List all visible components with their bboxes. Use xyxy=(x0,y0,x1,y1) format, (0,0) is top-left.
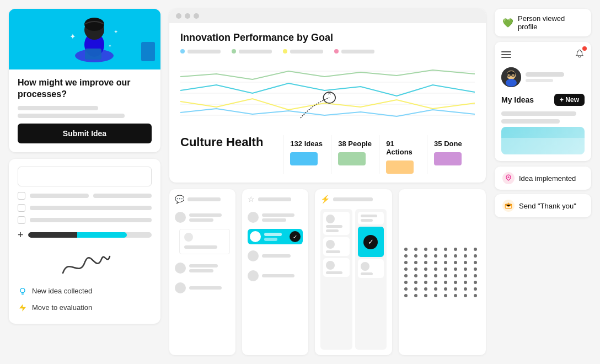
progress-bar-section: + xyxy=(18,229,152,241)
mini-title-2 xyxy=(258,197,291,201)
chart-window: Innovation Performance by Goal xyxy=(169,9,486,183)
idea-item-bar-1 xyxy=(501,111,576,116)
mini-title-1 xyxy=(188,197,221,201)
plus-icon: + xyxy=(18,229,24,241)
stat-actions-bar xyxy=(386,160,414,174)
mini-card-lightning: ⚡ xyxy=(315,189,392,355)
send-thank-you-text: Send "Thank you" xyxy=(519,202,576,210)
legend-dot-1 xyxy=(180,49,185,53)
send-thank-you-card[interactable]: Send "Thank you" xyxy=(495,194,591,217)
row-text-3 xyxy=(30,218,152,222)
stat-people-label: 38 People xyxy=(338,140,372,148)
chart-legend xyxy=(180,49,475,53)
progress-fill xyxy=(28,232,127,238)
window-dot-3 xyxy=(194,13,199,19)
legend-text-4 xyxy=(341,50,374,53)
idea-submission-card: ✦ ✦ ✦ How might we improve our processes… xyxy=(9,9,160,152)
legend-dot-2 xyxy=(232,49,236,53)
svg-point-10 xyxy=(20,288,25,292)
star-avatar-4 xyxy=(248,270,259,281)
dot-pattern-card xyxy=(399,189,486,355)
row-text-2 xyxy=(30,206,152,210)
checkbox-2[interactable] xyxy=(18,204,25,212)
stat-people-bar xyxy=(338,152,366,165)
profile-card: My Ideas + New xyxy=(495,42,591,161)
svg-rect-8 xyxy=(85,49,101,60)
culture-health-section: Culture Health 132 Ideas 38 People 91 Ac… xyxy=(180,131,475,174)
window-dot-1 xyxy=(176,13,181,19)
center-panel: Innovation Performance by Goal xyxy=(169,9,486,355)
bell-notification-button[interactable] xyxy=(575,49,585,61)
stats-grid: 132 Ideas 38 People 91 Actions 35 D xyxy=(283,135,475,174)
move-eval-label: Move to evaluation xyxy=(32,303,92,312)
checkbox-3[interactable] xyxy=(18,216,25,224)
culture-health-label: Culture Health xyxy=(180,135,263,149)
svg-point-4 xyxy=(84,18,104,31)
star-list-item-1 xyxy=(248,209,303,226)
heart-icon: 💚 xyxy=(502,18,513,28)
action-cards: Idea implemented Send "Thank you" xyxy=(495,167,591,217)
idea-card-body: How might we improve our processes? Subm… xyxy=(9,69,160,152)
submit-idea-button[interactable]: Submit Idea xyxy=(18,124,152,143)
hamburger-menu-button[interactable] xyxy=(501,51,511,58)
profile-avatar xyxy=(501,67,521,87)
activity-card: + New idea co xyxy=(9,159,160,324)
star-avatar-3 xyxy=(248,250,259,261)
legend-text-1 xyxy=(188,50,221,53)
profile-user-row xyxy=(501,67,585,87)
mini-avatar-1 xyxy=(175,212,186,223)
star-list-item-3 xyxy=(248,248,303,264)
mini-card-lightning-header: ⚡ xyxy=(320,195,387,204)
star-list-item-4 xyxy=(248,267,303,284)
row-text-1b xyxy=(93,194,152,198)
star-icon: ☆ xyxy=(248,195,255,204)
star-list-item-2: ✓ xyxy=(248,229,303,244)
mini-card-star-header: ☆ xyxy=(248,195,303,204)
idea-implemented-card[interactable]: Idea implemented xyxy=(495,167,591,190)
lightbulb-icon xyxy=(18,286,28,296)
move-eval-notification: Move to evaluation xyxy=(18,299,152,316)
star-avatar-1 xyxy=(248,212,259,223)
my-ideas-row: My Ideas + New xyxy=(501,94,585,106)
person-viewed-text: Person viewed profile xyxy=(518,14,583,31)
stat-actions: 91 Actions xyxy=(379,135,427,174)
squiggle-decoration xyxy=(18,245,152,279)
activity-row-2 xyxy=(18,204,152,212)
mini-card-chat-header: 💬 xyxy=(175,195,230,204)
legend-text-3 xyxy=(290,50,323,53)
idea-card-title: How might we improve our processes? xyxy=(18,77,152,100)
mini-list-item-3 xyxy=(175,280,230,296)
profile-name-bar xyxy=(526,72,564,77)
checkbox-1[interactable] xyxy=(18,192,25,200)
row-text-1 xyxy=(30,194,89,198)
idea-implemented-text: Idea implemented xyxy=(519,174,576,183)
stat-done: 35 Done xyxy=(427,135,475,174)
stat-actions-label: 91 Actions xyxy=(386,140,420,156)
mini-text-1 xyxy=(189,213,230,222)
idea-card-illustration: ✦ ✦ ✦ xyxy=(9,9,160,69)
line-chart: × xyxy=(180,60,475,126)
bell-badge xyxy=(582,46,587,51)
chart-content: Innovation Performance by Goal xyxy=(169,23,486,183)
chart-title: Innovation Performance by Goal xyxy=(180,32,475,44)
profile-role-bar xyxy=(526,79,553,82)
right-panel: 💚 Person viewed profile xyxy=(495,9,591,355)
stat-done-bar xyxy=(434,152,462,165)
lightning-icon-2: ⚡ xyxy=(320,195,330,204)
left-panel: ✦ ✦ ✦ How might we improve our processes… xyxy=(9,9,160,355)
lightning-icon xyxy=(18,303,28,313)
activity-row-3 xyxy=(18,216,152,224)
chat-icon: 💬 xyxy=(175,195,184,204)
svg-point-24 xyxy=(506,79,517,87)
person-viewed-notification: 💚 Person viewed profile xyxy=(495,9,591,36)
dot-pattern xyxy=(404,248,480,297)
svg-rect-9 xyxy=(141,42,155,61)
mini-card-star: ☆ ✓ xyxy=(242,189,308,355)
stat-ideas: 132 Ideas xyxy=(283,135,331,174)
activity-input-mock[interactable] xyxy=(18,167,152,186)
stat-done-label: 35 Done xyxy=(434,140,468,148)
mini-text-3 xyxy=(189,286,230,290)
idea-item-bar-2 xyxy=(501,119,560,124)
new-idea-button[interactable]: + New xyxy=(554,94,585,106)
legend-item-2 xyxy=(232,49,272,53)
